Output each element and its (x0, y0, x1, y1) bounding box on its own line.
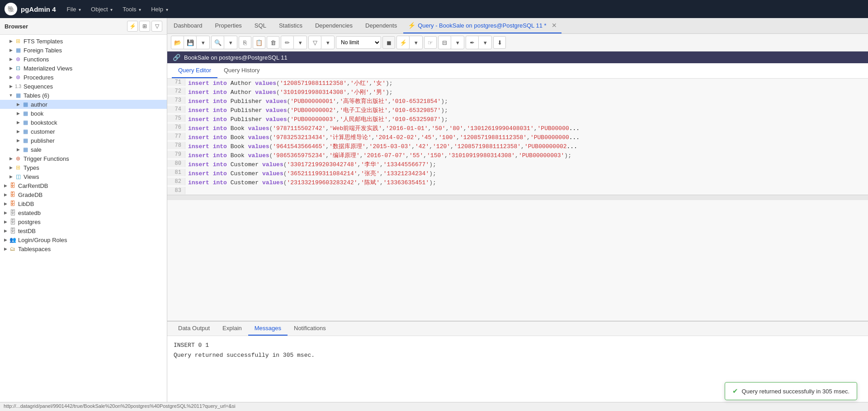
tree-item-procedures[interactable]: ▶ ⊛ Procedures (0, 73, 167, 82)
explain-button[interactable]: ☞ (424, 36, 437, 49)
code-line-72: 72 insert into Author values('3101091998… (167, 88, 868, 97)
toggle-mat-views: ▶ (7, 65, 14, 72)
tree-item-types[interactable]: ▶ ⊞ Types (0, 163, 167, 172)
edit-button[interactable]: ✏ (281, 36, 294, 49)
results-tab-notifications[interactable]: Notifications (288, 322, 332, 336)
app-title: pgAdmin 4 (21, 5, 56, 13)
tree-area[interactable]: ▶ ⊞ FTS Templates ▶ ▦ Foreign Tables ▶ ⊛… (0, 35, 167, 406)
results-tab-data-output[interactable]: Data Output (172, 322, 216, 336)
edit-dropdown-button[interactable]: ▾ (294, 36, 307, 49)
tree-item-functions[interactable]: ▶ ⊛ Functions (0, 55, 167, 64)
query-tab[interactable]: ⚡ Query - BookSale on postgres@PostgreSQ… (403, 18, 561, 33)
run-button[interactable]: ⚡ (397, 36, 410, 49)
tree-item-book[interactable]: ▶ ▦ book (0, 109, 167, 118)
tree-item-mat-views[interactable]: ▶ ⊡ Materialized Views (0, 64, 167, 73)
tree-item-sale[interactable]: ▶ ▦ sale (0, 145, 167, 154)
query-tab-close[interactable]: ✕ (552, 22, 557, 29)
paste-button[interactable]: 📋 (253, 36, 265, 49)
postgres-label: postgres (18, 219, 41, 225)
tablespaces-icon: 🗂 (9, 245, 16, 252)
copy-button[interactable]: ⎘ (239, 36, 251, 49)
bookstock-label: bookstock (31, 119, 57, 126)
toggle-trigger-functions: ▶ (7, 155, 14, 162)
main-layout: Browser ⚡ ⊞ ▽ ▶ ⊞ FTS Templates ▶ ▦ Fore… (0, 18, 868, 411)
tree-item-login-roles[interactable]: ▶ 👥 Login/Group Roles (0, 235, 167, 244)
sub-tab-query-editor[interactable]: Query Editor (172, 63, 217, 78)
tree-item-trigger-functions[interactable]: ▶ ⊛ Trigger Functions (0, 154, 167, 163)
tree-item-postgres[interactable]: ▶ 🗄 postgres (0, 217, 167, 226)
toggle-libdb: ▶ (2, 200, 9, 207)
filter-dropdown-button[interactable]: ▾ (321, 36, 334, 49)
tree-item-customer[interactable]: ▶ ▦ customer (0, 127, 167, 136)
tree-item-bookstock[interactable]: ▶ ▦ bookstock (0, 118, 167, 127)
menu-help[interactable]: Help ▾ (147, 4, 171, 14)
format-button-group: ⊟ ▾ (438, 36, 464, 49)
tree-item-foreign-tables[interactable]: ▶ ▦ Foreign Tables (0, 46, 167, 55)
filter-button[interactable]: ▽ (151, 21, 162, 32)
macro-button[interactable]: ✒ (466, 36, 479, 49)
refresh-button[interactable]: ⚡ (127, 21, 138, 32)
tab-properties[interactable]: Properties (209, 19, 248, 33)
menu-object[interactable]: Object ▾ (87, 4, 116, 14)
top-menubar: 🐘 pgAdmin 4 File ▾ Object ▾ Tools ▾ Help… (0, 0, 868, 18)
download-button[interactable]: ⬇ (493, 36, 506, 49)
tab-dependents[interactable]: Dependents (359, 19, 403, 33)
toggle-functions: ▶ (7, 56, 14, 63)
sale-icon: ▦ (22, 146, 29, 153)
tree-item-sequences[interactable]: ▶ 1.3 Sequences (0, 82, 167, 91)
trigger-functions-label: Trigger Functions (24, 155, 69, 162)
right-panel: Dashboard Properties SQL Statistics Depe… (167, 18, 868, 411)
tree-item-tablespaces[interactable]: ▶ 🗂 Tablespaces (0, 244, 167, 253)
code-area[interactable]: 71 insert into Author values('1208571988… (167, 79, 868, 321)
foreign-tables-icon: ▦ (14, 47, 22, 54)
find-button[interactable]: 🔍 (212, 36, 224, 49)
delete-button[interactable]: 🗑 (267, 36, 279, 49)
libdb-label: LibDB (18, 201, 34, 207)
toggle-tablespaces: ▶ (2, 245, 9, 252)
toggle-book: ▶ (14, 110, 22, 117)
format-button[interactable]: ⊟ (439, 36, 451, 49)
app-icon: 🐘 (5, 3, 17, 15)
find-dropdown-button[interactable]: ▾ (224, 36, 237, 49)
connection-icon: 🔗 (173, 54, 180, 61)
tree-item-tables[interactable]: ▼ ▦ Tables (6) (0, 91, 167, 100)
toggle-estatedb: ▶ (2, 209, 9, 216)
sub-tab-query-history[interactable]: Query History (217, 63, 266, 78)
menu-tools[interactable]: Tools ▾ (119, 4, 145, 14)
tab-dependencies[interactable]: Dependencies (309, 19, 359, 33)
tree-item-estatedb[interactable]: ▶ 🗄 estatedb (0, 208, 167, 217)
tables-icon: ▦ (14, 92, 22, 99)
toggle-postgres: ▶ (2, 218, 9, 225)
macro-dropdown-button[interactable]: ▾ (479, 36, 491, 49)
save-button[interactable]: 💾 (184, 36, 197, 49)
tree-item-testdb[interactable]: ▶ 🗄 testDB (0, 226, 167, 235)
tree-item-fts-templates[interactable]: ▶ ⊞ FTS Templates (0, 37, 167, 46)
code-h-scroll[interactable] (167, 195, 868, 200)
results-tab-explain[interactable]: Explain (216, 322, 248, 336)
save-dropdown-button[interactable]: ▾ (197, 36, 209, 49)
grid-button[interactable]: ⊞ (139, 21, 150, 32)
tree-item-libdb[interactable]: ▶ 🗄 LibDB (0, 199, 167, 208)
filter-button[interactable]: ▽ (309, 36, 321, 49)
toggle-sequences: ▶ (7, 83, 14, 90)
format-dropdown-button[interactable]: ▾ (451, 36, 464, 49)
tree-item-publisher[interactable]: ▶ ▦ publisher (0, 136, 167, 145)
stop-button[interactable]: ◼ (382, 36, 395, 49)
toggle-tables: ▼ (7, 92, 14, 99)
results-tab-messages[interactable]: Messages (248, 322, 288, 336)
run-dropdown-button[interactable]: ▾ (410, 36, 422, 49)
menu-file[interactable]: File ▾ (63, 4, 85, 14)
tree-item-views[interactable]: ▶ ◫ Views (0, 172, 167, 181)
tab-dashboard[interactable]: Dashboard (167, 19, 209, 33)
tree-item-author[interactable]: ▶ ▦ author (0, 100, 167, 109)
tab-sql[interactable]: SQL (248, 19, 273, 33)
row-limit-select[interactable]: No limit 1000 rows 500 rows 100 rows (336, 36, 381, 49)
tree-item-carrentdb[interactable]: ▶ 🗄 CarRentDB (0, 181, 167, 190)
carrentdb-icon: 🗄 (9, 182, 16, 189)
edit-button-group: ✏ ▾ (281, 36, 307, 49)
tab-statistics[interactable]: Statistics (273, 19, 309, 33)
code-line-83: 83 (167, 187, 868, 195)
query-sub-tabs: Query Editor Query History (167, 63, 868, 79)
open-file-button[interactable]: 📂 (171, 36, 184, 49)
tree-item-gradedb[interactable]: ▶ 🗄 GradeDB (0, 190, 167, 199)
